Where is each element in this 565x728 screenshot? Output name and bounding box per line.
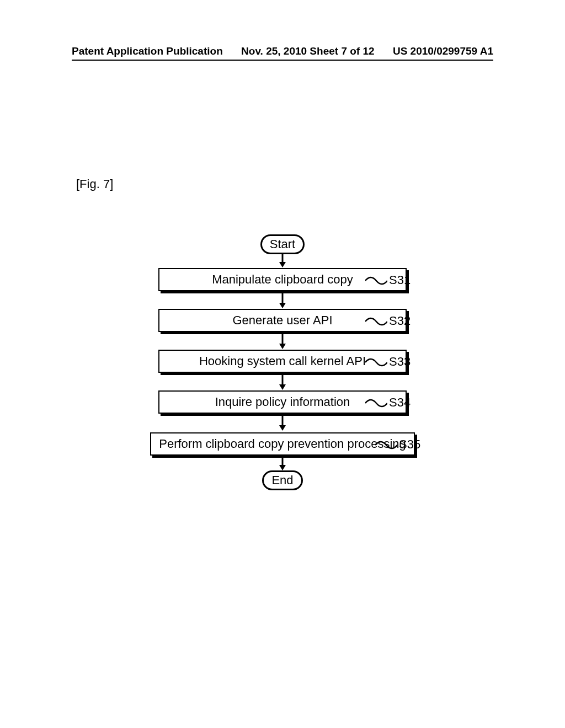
- terminal-end: End: [262, 470, 302, 490]
- step-label-s33: S33: [389, 355, 411, 369]
- svg-marker-7: [279, 384, 286, 390]
- step-label-s31: S31: [389, 273, 411, 287]
- connector-curve: [375, 440, 397, 451]
- process-row: Generate user API S32: [0, 308, 565, 333]
- process-row: Hooking system call kernel API S33: [0, 349, 565, 373]
- connector-curve: [365, 357, 387, 368]
- arrow: [0, 292, 565, 308]
- step-label-s32: S32: [389, 314, 411, 328]
- step-label-s35: S35: [399, 437, 420, 452]
- header-right: US 2010/0299759 A1: [393, 45, 493, 57]
- process-row: Inquire policy information S34: [0, 390, 565, 414]
- terminal-start: Start: [260, 234, 305, 254]
- figure-label: [Fig. 7]: [76, 177, 113, 191]
- arrow: [0, 333, 565, 349]
- svg-marker-5: [279, 344, 286, 349]
- arrow: [0, 373, 565, 390]
- process-row: Manipulate clipboard copy S31: [0, 267, 565, 292]
- header-rule: [72, 60, 493, 61]
- arrow: [0, 254, 565, 267]
- connector-curve: [365, 275, 387, 286]
- connector-curve: [365, 398, 387, 409]
- svg-marker-11: [279, 465, 286, 470]
- step-label-s34: S34: [389, 395, 411, 410]
- page-header: Patent Application Publication Nov. 25, …: [0, 45, 565, 57]
- svg-marker-9: [279, 425, 286, 431]
- svg-marker-3: [279, 303, 286, 308]
- svg-marker-1: [279, 262, 286, 267]
- header-center: Nov. 25, 2010 Sheet 7 of 12: [241, 45, 375, 57]
- connector-curve: [365, 316, 387, 327]
- flowchart: Start Manipulate clipboard copy S31 Gene…: [0, 234, 565, 490]
- header-left: Patent Application Publication: [72, 45, 223, 57]
- arrow: [0, 414, 565, 431]
- arrow: [0, 457, 565, 470]
- process-row: Perform clipboard copy prevention proces…: [0, 431, 565, 457]
